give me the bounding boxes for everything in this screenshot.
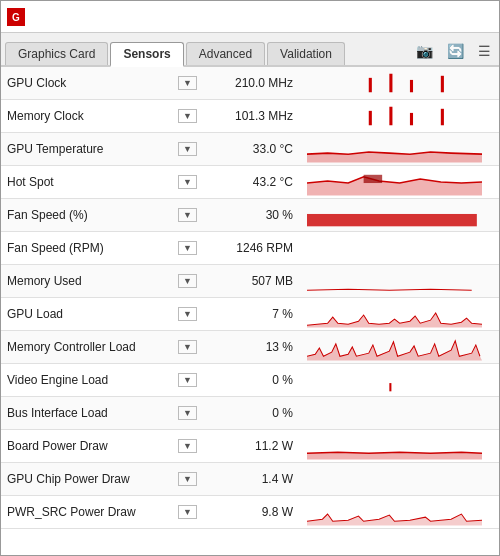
refresh-button[interactable]: 🔄	[443, 41, 468, 61]
sensor-chart	[307, 432, 482, 460]
tab-sensors[interactable]: Sensors	[110, 42, 183, 67]
camera-button[interactable]: 📷	[412, 41, 437, 61]
sensor-name: Hot Spot	[7, 175, 54, 189]
sensor-value: 9.8 W	[203, 496, 303, 529]
svg-rect-8	[410, 113, 413, 125]
sensor-dropdown-btn[interactable]: ▼	[178, 307, 197, 321]
sensor-chart	[307, 300, 482, 328]
table-row: Hot Spot ▼ 43.2 °C	[1, 166, 499, 199]
svg-rect-10	[364, 175, 383, 183]
table-row: Fan Speed (RPM) ▼ 1246 RPM	[1, 232, 499, 265]
svg-rect-11	[307, 214, 477, 226]
sensor-dropdown-btn[interactable]: ▼	[178, 142, 197, 156]
sensor-chart	[307, 168, 482, 196]
tab-bar: Graphics Card Sensors Advanced Validatio…	[1, 33, 499, 67]
sensor-value: 7 %	[203, 298, 303, 331]
sensor-dropdown-btn[interactable]: ▼	[178, 241, 197, 255]
table-row: GPU Clock ▼ 210.0 MHz	[1, 67, 499, 100]
sensor-name: Fan Speed (RPM)	[7, 241, 104, 255]
sensor-name: GPU Clock	[7, 76, 66, 90]
maximize-button[interactable]	[433, 6, 461, 28]
sensor-chart	[307, 201, 482, 229]
sensor-value: 210.0 MHz	[203, 67, 303, 100]
content-area: GPU Clock ▼ 210.0 MHz Memory Clock ▼ 101…	[1, 67, 499, 555]
sensor-chart	[307, 267, 482, 295]
sensor-chart	[307, 135, 482, 163]
sensor-value: 11.2 W	[203, 430, 303, 463]
sensor-name: Memory Used	[7, 274, 82, 288]
sensor-value: 0 %	[203, 364, 303, 397]
sensor-dropdown-btn[interactable]: ▼	[178, 340, 197, 354]
menu-button[interactable]: ☰	[474, 41, 495, 61]
sensor-value: 101.3 MHz	[203, 100, 303, 133]
table-row: Memory Used ▼ 507 MB	[1, 265, 499, 298]
sensor-name: PWR_SRC Power Draw	[7, 505, 136, 519]
sensor-dropdown-btn[interactable]: ▼	[178, 505, 197, 519]
svg-rect-5	[441, 76, 444, 92]
svg-rect-3	[389, 74, 392, 93]
sensor-name: Board Power Draw	[7, 439, 108, 453]
table-row: Memory Controller Load ▼ 13 %	[1, 331, 499, 364]
sensor-chart	[307, 69, 482, 97]
sensor-chart	[307, 498, 482, 526]
sensors-table-container[interactable]: GPU Clock ▼ 210.0 MHz Memory Clock ▼ 101…	[1, 67, 499, 555]
sensor-dropdown-btn[interactable]: ▼	[178, 274, 197, 288]
close-button[interactable]	[465, 6, 493, 28]
sensor-dropdown-btn[interactable]: ▼	[178, 406, 197, 420]
sensor-value: 0 %	[203, 397, 303, 430]
sensor-name: GPU Chip Power Draw	[7, 472, 130, 486]
sensor-value: 1246 RPM	[203, 232, 303, 265]
sensor-name: Memory Clock	[7, 109, 84, 123]
svg-rect-4	[410, 80, 413, 92]
svg-rect-6	[369, 111, 372, 125]
table-row: GPU Load ▼ 7 %	[1, 298, 499, 331]
table-row: GPU Chip Power Draw ▼ 1.4 W	[1, 463, 499, 496]
sensor-dropdown-btn[interactable]: ▼	[178, 439, 197, 453]
table-row: Memory Clock ▼ 101.3 MHz	[1, 100, 499, 133]
sensor-chart	[307, 333, 482, 361]
sensor-dropdown-btn[interactable]: ▼	[178, 208, 197, 222]
app-icon: G	[7, 8, 25, 26]
sensor-value: 43.2 °C	[203, 166, 303, 199]
tab-graphics-card[interactable]: Graphics Card	[5, 42, 108, 65]
sensor-chart	[307, 465, 482, 493]
sensor-dropdown-btn[interactable]: ▼	[178, 109, 197, 123]
sensor-dropdown-btn[interactable]: ▼	[178, 472, 197, 486]
svg-text:G: G	[12, 12, 20, 23]
sensor-value: 30 %	[203, 199, 303, 232]
sensor-chart	[307, 102, 482, 130]
svg-rect-7	[389, 107, 392, 126]
sensor-dropdown-btn[interactable]: ▼	[178, 175, 197, 189]
svg-rect-2	[369, 78, 372, 92]
sensor-value: 507 MB	[203, 265, 303, 298]
sensor-chart	[307, 234, 482, 262]
title-bar: G	[1, 1, 499, 33]
sensor-value: 33.0 °C	[203, 133, 303, 166]
tab-advanced[interactable]: Advanced	[186, 42, 265, 65]
tab-actions: 📷 🔄 ☰	[412, 41, 495, 65]
sensor-value: 13 %	[203, 331, 303, 364]
table-row: Bus Interface Load ▼ 0 %	[1, 397, 499, 430]
sensor-name: GPU Load	[7, 307, 63, 321]
table-row: GPU Temperature ▼ 33.0 °C	[1, 133, 499, 166]
table-row: Board Power Draw ▼ 11.2 W	[1, 430, 499, 463]
sensor-name: Video Engine Load	[7, 373, 108, 387]
table-row: Fan Speed (%) ▼ 30 %	[1, 199, 499, 232]
sensor-name: GPU Temperature	[7, 142, 104, 156]
sensor-name: Memory Controller Load	[7, 340, 136, 354]
sensor-name: Bus Interface Load	[7, 406, 108, 420]
sensors-table: GPU Clock ▼ 210.0 MHz Memory Clock ▼ 101…	[1, 67, 499, 529]
main-window: G Graphics Card Sensors Advanced Validat…	[0, 0, 500, 556]
svg-rect-9	[441, 109, 444, 125]
svg-rect-12	[389, 383, 391, 391]
minimize-button[interactable]	[401, 6, 429, 28]
sensor-dropdown-btn[interactable]: ▼	[178, 76, 197, 90]
sensor-chart	[307, 366, 482, 394]
sensor-dropdown-btn[interactable]: ▼	[178, 373, 197, 387]
window-controls	[401, 6, 493, 28]
sensor-name: Fan Speed (%)	[7, 208, 88, 222]
sensor-chart	[307, 399, 482, 427]
table-row: PWR_SRC Power Draw ▼ 9.8 W	[1, 496, 499, 529]
tab-validation[interactable]: Validation	[267, 42, 345, 65]
sensor-value: 1.4 W	[203, 463, 303, 496]
